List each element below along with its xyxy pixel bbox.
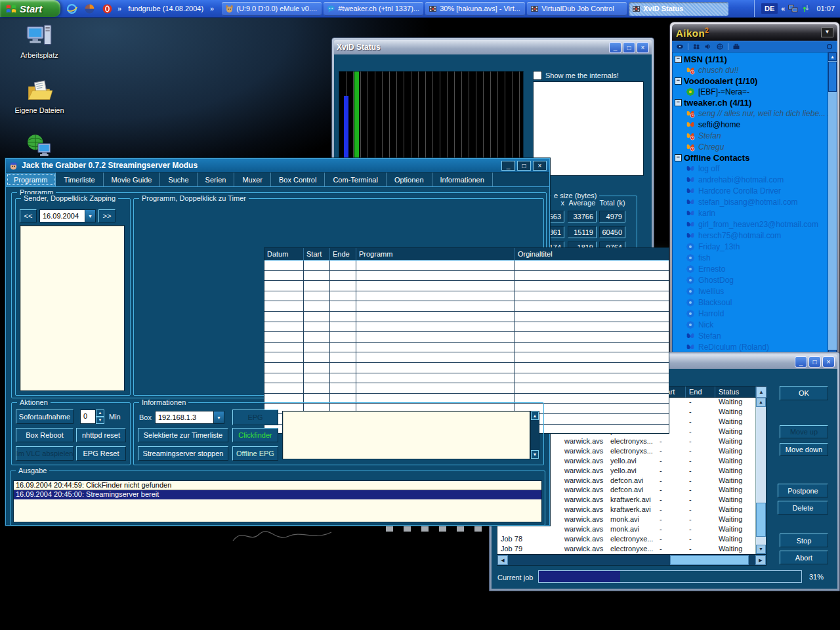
network-tray-icon[interactable] (788, 5, 798, 13)
column-header[interactable]: End (686, 387, 715, 398)
maximize-button[interactable]: □ (517, 161, 531, 171)
connection-tray-icon[interactable] (801, 4, 810, 13)
streamingserver-stoppen-button[interactable]: Streamingserver stoppen (138, 446, 228, 461)
language-indicator[interactable]: DE (761, 3, 778, 14)
selektierte-zur-timerliste-button[interactable]: Selektierte zur Timerliste (138, 428, 228, 442)
delete-button[interactable]: Delete (778, 501, 828, 514)
scrollbar-thumb[interactable] (756, 503, 766, 537)
contact-item[interactable]: hersch75@hotmail.com (673, 230, 828, 241)
box-reboot-button[interactable]: Box Reboot (16, 428, 74, 442)
ie-icon[interactable] (66, 3, 78, 15)
taskbar-button[interactable]: VirtualDub Job Control (527, 2, 627, 16)
contact-item[interactable]: GhostDog (673, 274, 828, 285)
column-header[interactable]: Ende (330, 248, 356, 260)
move-down-button[interactable]: Move down (780, 443, 828, 456)
ok-button[interactable]: OK (780, 386, 828, 400)
contact-item[interactable]: stefan_bisang@hotmail.com (673, 196, 828, 207)
internals-checkbox[interactable] (533, 71, 542, 80)
collapse-group-icon[interactable]: − (675, 77, 682, 85)
contact-item[interactable]: Blacksoul (673, 297, 828, 308)
postpone-button[interactable]: Postpone (778, 484, 828, 497)
log-entry[interactable]: 16.09.2004 20:45:00: Streamingserver ber… (14, 490, 541, 499)
contact-item[interactable]: Stefan (673, 130, 828, 141)
tab-com-terminal[interactable]: Com-Terminal (325, 173, 386, 186)
column-header[interactable]: Start (304, 248, 330, 260)
sound-icon[interactable] (704, 43, 712, 50)
next-date-button[interactable]: >> (98, 209, 116, 222)
tools-icon[interactable] (732, 43, 740, 50)
column-header[interactable]: Datum (264, 248, 304, 260)
xvid-titlebar[interactable]: XviD Status _ □ × (334, 40, 652, 54)
tab-movie-guide[interactable]: Movie Guide (104, 173, 161, 186)
minimize-button[interactable]: _ (795, 356, 807, 368)
contact-item[interactable]: seng // alles nur, weil ich dich liebe..… (673, 108, 828, 119)
table-row[interactable] (264, 291, 669, 302)
contact-item[interactable]: sefti@home (673, 119, 828, 130)
taskbar-button[interactable]: 30% [hakuna.avs] - Virt... (425, 2, 525, 16)
start-button[interactable]: Start (0, 0, 60, 17)
chevron-right-icon[interactable]: » (210, 5, 214, 12)
table-row[interactable] (264, 271, 669, 282)
table-row[interactable] (264, 363, 669, 373)
chevron-down-icon[interactable]: ▼ (213, 411, 224, 423)
scroll-down-icon[interactable]: ▼ (531, 450, 539, 459)
status-icon[interactable] (676, 43, 684, 50)
spin-down-icon[interactable]: ▼ (96, 417, 104, 424)
minutes-stepper[interactable]: ▲ ▼ (96, 410, 104, 424)
info-scrollbar[interactable]: ▲ ▼ (530, 411, 539, 459)
contact-item[interactable]: [EBF]-=Nera=- (673, 86, 828, 97)
ausgabe-list[interactable]: 16.09.2004 20:44:59: ClickFinder nicht g… (13, 480, 542, 522)
contact-item[interactable]: log off (673, 163, 828, 174)
desktop-icon[interactable]: Eigene Dateien (8, 77, 71, 114)
move-up-button[interactable]: Move up (780, 425, 828, 438)
job-list-hscrollbar[interactable]: ◀ ▶ (497, 555, 766, 566)
minutes-input[interactable]: 0 (80, 410, 96, 424)
job-list-vscrollbar[interactable]: ▲ ▼ (755, 398, 766, 554)
contact-item[interactable]: fish (673, 252, 828, 263)
contact-item[interactable]: Nick (673, 319, 828, 330)
minimize-button[interactable]: _ (501, 161, 515, 171)
table-row[interactable] (264, 352, 669, 363)
contact-item[interactable]: Iwellius (673, 285, 828, 297)
tab-muxer[interactable]: Muxer (234, 173, 271, 186)
date-select[interactable]: 16.09.2004 ▼ (39, 209, 96, 222)
table-row[interactable] (264, 261, 669, 271)
epg-button[interactable]: EPG (232, 410, 278, 425)
minimize-button[interactable]: _ (609, 42, 621, 53)
chevron-right-icon[interactable]: » (117, 5, 121, 12)
close-button[interactable]: × (822, 356, 835, 368)
collapse-group-icon[interactable]: − (675, 99, 682, 106)
info-textarea[interactable] (282, 411, 530, 459)
contact-group-header[interactable]: −Voodooalert (1/10) (673, 75, 828, 86)
tab-informationen[interactable]: Informationen (432, 173, 493, 186)
web-icon[interactable] (716, 43, 724, 50)
log-entry[interactable]: 16.09.2004 20:44:59: ClickFinder nicht g… (14, 481, 541, 490)
vlc-play-button[interactable]: Im VLC abspielen (16, 446, 74, 461)
scroll-up-icon[interactable]: ▲ (531, 411, 539, 420)
contact-item[interactable]: Friday_13th (673, 241, 828, 252)
messenger-titlebar[interactable]: Aikon2 ▼ (672, 24, 837, 41)
contact-item[interactable]: Stefan (673, 330, 828, 341)
desktop-icon[interactable]: Arbeitsplatz (8, 22, 71, 59)
close-button[interactable]: × (533, 161, 547, 171)
firefox-icon[interactable] (83, 3, 96, 15)
collapse-group-icon[interactable]: − (675, 56, 682, 63)
table-row[interactable] (264, 312, 669, 322)
job-row[interactable]: warwick.avsmonk.avi--Waiting (497, 525, 756, 535)
sender-list[interactable] (20, 225, 125, 391)
contact-item[interactable]: Harrold (673, 308, 828, 319)
table-row[interactable] (264, 281, 669, 291)
tab-suche[interactable]: Suche (160, 173, 197, 186)
contact-item[interactable]: girl_from_heaven23@hotmail.com (673, 219, 828, 230)
scroll-down-icon[interactable]: ▼ (756, 545, 766, 554)
jack-titlebar[interactable]: Jack the Grabber 0.7.2 Streamingserver M… (6, 159, 549, 173)
opera-icon[interactable] (101, 3, 114, 15)
tab-programm[interactable]: Programm (6, 173, 56, 186)
table-row[interactable] (264, 383, 669, 394)
sofortaufnahme-button[interactable]: Sofortaufnahme (16, 410, 74, 424)
close-button[interactable]: × (637, 42, 649, 53)
spin-up-icon[interactable]: ▲ (96, 410, 104, 417)
tab-box-control[interactable]: Box Control (271, 173, 325, 186)
scroll-up-icon[interactable]: ▲ (828, 52, 837, 61)
prev-date-button[interactable]: << (20, 209, 37, 222)
